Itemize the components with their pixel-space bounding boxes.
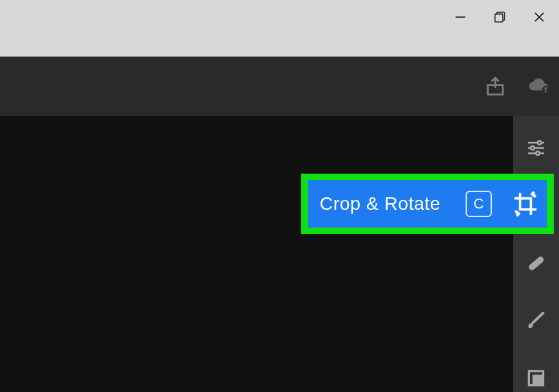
tool-sidebar: [513, 116, 559, 392]
svg-rect-18: [533, 375, 543, 385]
image-canvas[interactable]: [0, 116, 513, 392]
svg-rect-8: [545, 87, 547, 90]
svg-rect-16: [527, 255, 545, 271]
svg-rect-2: [495, 14, 503, 22]
bandage-icon: [525, 253, 547, 274]
presets-tool[interactable]: [522, 364, 550, 392]
svg-point-15: [536, 151, 539, 155]
svg-rect-9: [545, 91, 547, 93]
close-icon: [532, 10, 547, 24]
cloud-status-button[interactable]: [526, 74, 551, 99]
sliders-icon: [525, 137, 547, 159]
app-top-bar: [0, 57, 559, 116]
maximize-icon: [493, 10, 507, 24]
crop-rotate-icon: [512, 191, 539, 217]
share-icon: [484, 75, 506, 97]
adjust-tool[interactable]: [522, 134, 550, 162]
crop-rotate-tool[interactable]: [504, 180, 547, 228]
cloud-status-icon: [527, 75, 550, 97]
svg-point-13: [531, 146, 534, 149]
heal-tool[interactable]: [522, 249, 550, 277]
maximize-button[interactable]: [480, 4, 520, 30]
window-titlebar: [0, 0, 559, 57]
crop-rotate-shortcut: C: [466, 191, 492, 217]
minimize-icon: [453, 10, 468, 24]
brush-icon: [525, 310, 547, 331]
brush-tool[interactable]: [522, 307, 550, 335]
crop-rotate-highlight: Crop & Rotate C: [301, 174, 554, 234]
svg-point-11: [538, 141, 541, 144]
crop-rotate-tooltip[interactable]: Crop & Rotate C: [308, 180, 504, 228]
minimize-button[interactable]: [441, 4, 480, 30]
crop-rotate-label: Crop & Rotate: [320, 193, 441, 214]
close-button[interactable]: [520, 4, 559, 30]
presets-icon: [525, 368, 547, 389]
share-button[interactable]: [483, 74, 508, 99]
